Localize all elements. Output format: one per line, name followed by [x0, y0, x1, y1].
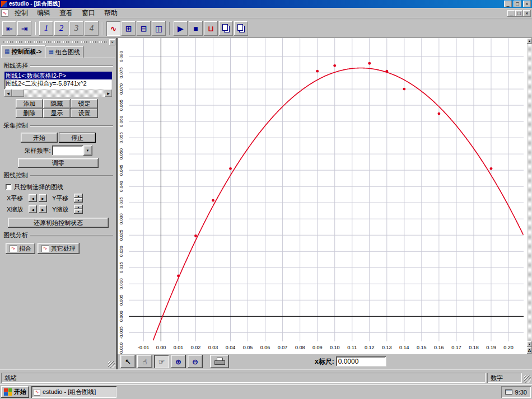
point-tool-icon[interactable]: ☞: [154, 355, 169, 368]
sample-rate-select[interactable]: ▼: [52, 145, 92, 156]
tab-control-panel[interactable]: ▦ 控制面板->: [1, 45, 45, 58]
only-selected-label: 只控制选择的图线: [14, 183, 63, 191]
child-close-button[interactable]: ×: [523, 10, 531, 17]
y-tick-label: 0.070: [119, 83, 124, 95]
y-zoom-down-icon[interactable]: ▼: [74, 209, 83, 214]
hand-tool-icon[interactable]: ☝: [137, 355, 152, 368]
record-icon[interactable]: ⊔: [204, 21, 218, 36]
copy-icon[interactable]: [219, 21, 233, 36]
child-minimize-button[interactable]: _: [507, 10, 515, 17]
stop-button[interactable]: 停止: [59, 133, 96, 143]
table-view-icon[interactable]: ⊞: [122, 21, 136, 36]
reset-view-button[interactable]: 还原初始控制状态: [8, 218, 109, 228]
close-button[interactable]: ×: [523, 1, 531, 7]
view-1-button[interactable]: 1: [39, 21, 53, 36]
stop-icon[interactable]: ■: [189, 21, 203, 36]
x-pan-label: X平移: [7, 194, 27, 203]
x-zoom-left-icon[interactable]: ◀: [29, 205, 37, 213]
system-tray: 9:30: [501, 386, 531, 398]
maximize-button[interactable]: □: [514, 1, 521, 7]
start-button[interactable]: 开始: [1, 386, 29, 398]
x-pan-right-icon[interactable]: ▶: [39, 194, 47, 202]
menu-edit[interactable]: 编辑: [32, 7, 55, 19]
section-title-curve-control: 图线控制: [3, 171, 113, 180]
x-tick-label: 0.01: [174, 345, 184, 350]
settings-button[interactable]: 设置: [71, 109, 98, 118]
panel-close-icon[interactable]: ×: [109, 39, 115, 45]
scroll-left-icon[interactable]: ◀: [4, 90, 12, 97]
sample-rate-value[interactable]: [52, 145, 83, 156]
chart-vscrollbar[interactable]: ▲ ▼ A: [527, 38, 532, 354]
vscroll-track[interactable]: [527, 44, 532, 341]
panel-resize-grip[interactable]: [108, 361, 115, 368]
x-tick-label: 0.20: [503, 345, 514, 350]
y-zoom-up-icon[interactable]: ▲: [74, 205, 83, 209]
view-3-button[interactable]: 3: [69, 21, 83, 36]
scroll-right-icon[interactable]: ▶: [105, 90, 112, 97]
other-processing-button[interactable]: ∿ 其它处理: [38, 243, 80, 254]
scroll-thumb[interactable]: [12, 90, 24, 97]
exit-right-icon[interactable]: ⇥: [17, 21, 31, 36]
x-tick-label: 0.04: [226, 345, 236, 350]
scroll-up-icon[interactable]: ▲: [527, 38, 532, 44]
chart-canvas[interactable]: -0.010.000.010.020.030.040.050.060.070.0…: [118, 38, 527, 354]
panel-drag-handle[interactable]: [3, 41, 108, 43]
x-tick-label: 0.02: [191, 345, 201, 350]
x-tick-label: 0.11: [347, 345, 357, 350]
task-app-icon: ∿: [34, 389, 40, 396]
list-item[interactable]: 图线1<:数据表格I2-P>: [4, 72, 112, 79]
menu-window[interactable]: 窗口: [77, 7, 100, 19]
curve-listbox[interactable]: 图线1<:数据表格I2-P> 图线2<二次拟合y=-5.8741x^2: [4, 72, 112, 90]
tab-combined-graph[interactable]: ▦ 组合图线: [45, 46, 83, 58]
export-icon[interactable]: [234, 21, 248, 36]
play-icon[interactable]: ▶: [174, 21, 188, 36]
only-selected-checkbox[interactable]: [6, 184, 12, 190]
split-horizontal-icon[interactable]: ⊟: [137, 21, 151, 36]
zoom-in-icon[interactable]: ⊕: [171, 355, 186, 368]
listbox-hscrollbar[interactable]: ◀ ▶: [4, 90, 112, 97]
exit-left-icon[interactable]: ⇤: [2, 21, 16, 36]
x-tick-label: 0.12: [365, 345, 375, 350]
ime-keyboard-icon[interactable]: [505, 389, 512, 395]
print-button[interactable]: [210, 355, 229, 368]
title-bar[interactable]: estudio - [组合图线] _ □ ×: [0, 0, 532, 8]
zoom-out-icon[interactable]: ⊖: [188, 355, 203, 368]
tab-icon: ▦: [49, 49, 54, 55]
x-tick-label: 0.06: [260, 345, 270, 350]
taskbar-task-estudio[interactable]: ∿ estudio - [组合图线]: [31, 386, 116, 398]
mdi-child-icon[interactable]: ∿: [1, 10, 8, 17]
child-restore-button[interactable]: □: [515, 10, 523, 17]
start-button[interactable]: 开始: [21, 133, 58, 143]
view-2-button[interactable]: 2: [54, 21, 68, 36]
window-resize-grip[interactable]: [524, 375, 531, 383]
zero-button[interactable]: 调零: [18, 158, 99, 168]
chevron-down-icon[interactable]: ▼: [83, 145, 92, 156]
menu-help[interactable]: 帮助: [100, 7, 122, 19]
fit-button[interactable]: ∿ 拟合: [6, 243, 35, 254]
lock-button[interactable]: 锁定: [71, 99, 98, 109]
y-pan-down-icon[interactable]: ▼: [74, 198, 83, 203]
hide-button[interactable]: 隐藏: [43, 99, 71, 109]
show-button[interactable]: 显示: [43, 109, 71, 118]
minimize-button[interactable]: _: [504, 1, 512, 7]
list-item[interactable]: 图线2<二次拟合y=-5.8741x^2: [4, 79, 112, 87]
curve-view-icon[interactable]: ∿: [106, 21, 120, 36]
section-title-analysis: 图线分析: [3, 231, 113, 240]
x-ruler-label: x标尺:: [315, 357, 334, 367]
select-tool-icon[interactable]: ↖: [120, 355, 136, 368]
x-zoom-right-icon[interactable]: ▶: [39, 205, 47, 213]
menu-control[interactable]: 控制: [10, 7, 32, 19]
clock: 9:30: [515, 389, 527, 396]
auto-scale-button[interactable]: A: [527, 347, 532, 354]
scroll-down-icon[interactable]: ▼: [527, 341, 532, 347]
scroll-track[interactable]: [24, 90, 105, 97]
x-pan-left-icon[interactable]: ◀: [29, 194, 37, 202]
split-vertical-icon[interactable]: ◫: [152, 21, 166, 36]
y-pan-up-icon[interactable]: ▲: [74, 194, 83, 198]
x-ruler-input[interactable]: [336, 356, 386, 367]
delete-button[interactable]: 删除: [16, 109, 43, 118]
add-button[interactable]: 添加: [16, 99, 43, 109]
chart-plot-wrap: -0.010.000.010.020.030.040.050.060.070.0…: [118, 38, 532, 354]
view-4-button[interactable]: 4: [85, 21, 99, 36]
menu-view[interactable]: 查看: [55, 7, 77, 19]
